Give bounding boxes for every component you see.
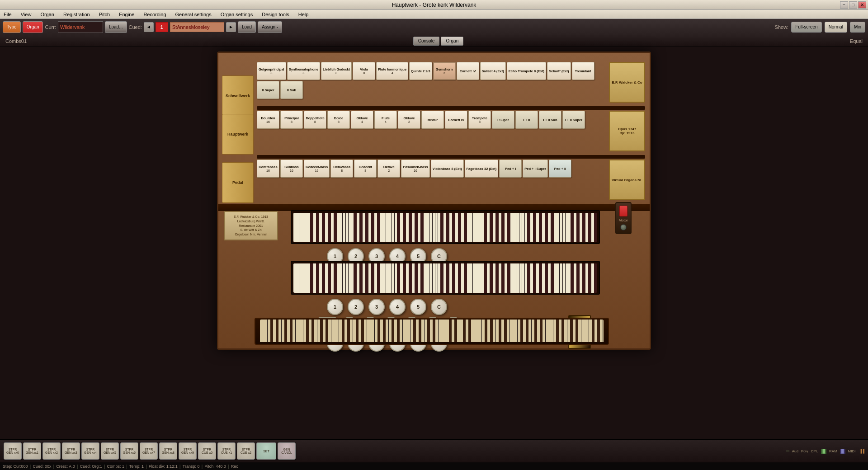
stop-cornett-iv-hw[interactable]: Cornett IV: [445, 111, 467, 129]
stpr-gen-xx3[interactable]: STPRGEN xx3: [62, 442, 80, 460]
organ-tab[interactable]: Organ: [441, 37, 463, 46]
stpr-gen-xx8[interactable]: STPRGEN xx8: [159, 442, 177, 460]
stop-bourdon[interactable]: Bourdon16: [257, 111, 279, 129]
stop-echo-trompete[interactable]: Echo Trompete 8 (Ext): [507, 62, 546, 80]
stop-subbass[interactable]: Subbass16: [280, 160, 303, 178]
stop-ped-plus-i-super[interactable]: Ped + I Super: [523, 160, 548, 178]
piston-2-3[interactable]: 3: [368, 299, 385, 315]
stop-i-plus-ii-sub[interactable]: I + II Sub: [539, 111, 561, 129]
menu-help[interactable]: Help: [297, 11, 311, 18]
stop-tremulant[interactable]: Tremulant: [572, 62, 594, 80]
stop-contrabass[interactable]: Contrabass16: [257, 160, 279, 178]
piston-2-2[interactable]: 2: [348, 299, 364, 315]
stop-flute-4[interactable]: Flute4: [374, 111, 397, 129]
stop-posaunen-bass[interactable]: Posaunen-bass16: [401, 160, 429, 178]
menu-registration[interactable]: Registration: [61, 11, 92, 18]
console-tab[interactable]: Console: [413, 37, 440, 46]
piston-2-1[interactable]: 1: [327, 299, 343, 315]
cued-name-field[interactable]: StAnnesMoseley: [170, 22, 224, 32]
menu-organ[interactable]: Organ: [38, 11, 56, 18]
stpr-cue-x1[interactable]: STPRCUE x1: [217, 442, 236, 460]
minimize-button[interactable]: −: [840, 1, 848, 9]
stop-cornett-iv-sw[interactable]: Cornett IV: [457, 62, 479, 80]
stpr-gen-xx9[interactable]: STPRGEN xx9: [179, 442, 197, 460]
motor-knob[interactable]: [620, 224, 627, 230]
stop-salicet[interactable]: Salicet 4 (Ext): [480, 62, 506, 80]
stop-fagotbass[interactable]: Fagotbass 32 (Ext): [465, 160, 499, 178]
motor-switch[interactable]: Motor: [615, 202, 632, 234]
piston-2-4[interactable]: 4: [389, 299, 406, 315]
stpr-gen-xx1[interactable]: STPRGEN xx1: [23, 442, 41, 460]
gen-cancl-button[interactable]: GENCANCL: [278, 442, 296, 460]
stop-oktave-2-ped[interactable]: Oktave2: [377, 160, 400, 178]
stop-gemshorn[interactable]: Gemshorn2: [433, 62, 456, 80]
stop-oktave-4[interactable]: Oktave4: [351, 111, 373, 129]
piston-2-c[interactable]: C: [431, 299, 447, 315]
stop-oktave-2[interactable]: Oktave2: [398, 111, 420, 129]
stop-lieblich-gedeckt[interactable]: Lieblich Gedeckt8: [321, 62, 352, 80]
close-button[interactable]: ✕: [858, 1, 866, 9]
stop-violonbass[interactable]: Violonbass 8 (Ext): [431, 160, 464, 178]
curr-value-field[interactable]: Wildervank: [58, 21, 103, 33]
hauptwerk-stops: Bourdon16 Principal8 Doppelflote8 Dolce8…: [257, 111, 600, 129]
stop-i-plus-ii[interactable]: I + II: [515, 111, 538, 129]
pedal-label: Pedal: [222, 162, 254, 203]
normal-button[interactable]: Normal: [825, 22, 847, 33]
stop-doppelflote[interactable]: Doppelflote8: [304, 111, 326, 129]
lower-keyboard-keys[interactable]: [293, 263, 597, 293]
stop-geigenprincipal[interactable]: Geigenprincipal8: [257, 62, 286, 80]
stop-quinte[interactable]: Quinte 2 2/3: [409, 62, 432, 80]
stop-mixtur[interactable]: Mixtur: [421, 111, 444, 129]
stop-octavbass[interactable]: Octavbass8: [330, 160, 353, 178]
load2-button[interactable]: Load: [238, 21, 256, 33]
stop-scharff[interactable]: Scharff (Ext): [547, 62, 571, 80]
stpr-cue-x2[interactable]: STPRCUE x2: [237, 442, 255, 460]
stop-viola[interactable]: Viola8: [353, 62, 375, 80]
stop-trompete[interactable]: Trompete8: [468, 111, 491, 129]
prev-button[interactable]: ◄: [144, 22, 154, 32]
stpr-gen-xx6[interactable]: STPRGEN xx6: [120, 442, 138, 460]
next-button[interactable]: ►: [226, 22, 236, 32]
menu-general-settings[interactable]: General settings: [174, 11, 213, 18]
info-float-div: Float div: 1:12:1: [149, 464, 178, 469]
stpr-gen-xx2[interactable]: STPRGEN xx2: [42, 442, 61, 460]
stop-gedeckt-8[interactable]: Gedeckt8: [354, 160, 377, 178]
type-button[interactable]: Type: [3, 21, 21, 33]
stop-flute-harmonique[interactable]: Flute harmonique4: [376, 62, 408, 80]
menu-pitch[interactable]: Pitch: [97, 11, 112, 18]
upper-keyboard-keys[interactable]: [293, 213, 597, 242]
stop-i-super[interactable]: I Super: [492, 111, 514, 129]
menu-design-tools[interactable]: Design tools: [260, 11, 291, 18]
stop-dolce[interactable]: Dolce8: [327, 111, 350, 129]
pedal-board[interactable]: [255, 318, 609, 345]
stop-ii-super[interactable]: II Super: [257, 81, 279, 99]
menu-recording[interactable]: Recording: [142, 11, 168, 18]
stop-ii-sub[interactable]: II Sub: [280, 81, 303, 99]
ef-walcker-label: E.F. Walcker & Co: [609, 62, 645, 103]
maximize-button[interactable]: □: [849, 1, 857, 9]
fullscreen-button[interactable]: Full-screen: [791, 22, 821, 33]
status-aud: Aud: [792, 449, 798, 453]
set-button[interactable]: SET: [256, 442, 276, 460]
stpr-gen-xx5[interactable]: STPRGEN xx5: [101, 442, 119, 460]
min-view-button[interactable]: Min: [850, 22, 865, 33]
stpr-cue-x0[interactable]: STPRCUE x0: [198, 442, 216, 460]
stop-principal[interactable]: Principal8: [280, 111, 303, 129]
load-button[interactable]: Load...: [105, 21, 127, 33]
organ-button[interactable]: Organ: [23, 21, 43, 33]
stop-ped-plus-i[interactable]: Ped + I: [499, 160, 522, 178]
stpr-gen-xx4[interactable]: STPRGEN xx4: [81, 442, 99, 460]
stop-ped-plus-ii[interactable]: Ped + II: [549, 160, 571, 178]
stop-synthematophone[interactable]: Synthematophone8: [287, 62, 320, 80]
stpr-gen-xx7[interactable]: STPRGEN xx7: [140, 442, 158, 460]
stpr-gen-xx0[interactable]: STPRGEN xx0: [4, 442, 22, 460]
stop-gedeckt-bass[interactable]: Gedeckt-bass16: [304, 160, 330, 178]
status-poly: Poly: [801, 449, 808, 453]
menu-organ-settings[interactable]: Organ settings: [219, 11, 255, 18]
stop-i-plus-ii-super[interactable]: I + II Super: [562, 111, 585, 129]
menu-file[interactable]: File: [2, 11, 14, 18]
assign-button[interactable]: Assign -: [258, 21, 282, 33]
menu-view[interactable]: View: [19, 11, 33, 18]
menu-engine[interactable]: Engine: [117, 11, 136, 18]
piston-2-5[interactable]: 5: [410, 299, 426, 315]
